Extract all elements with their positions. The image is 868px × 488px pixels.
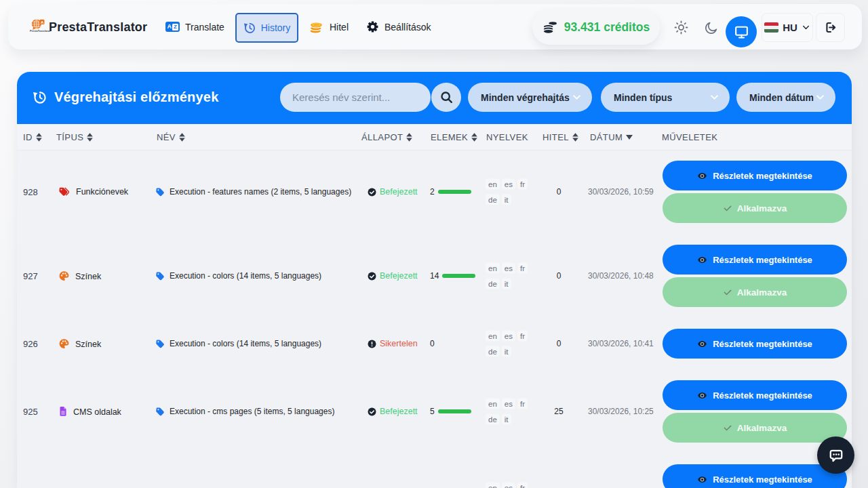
svg-text:A: A — [41, 20, 44, 24]
